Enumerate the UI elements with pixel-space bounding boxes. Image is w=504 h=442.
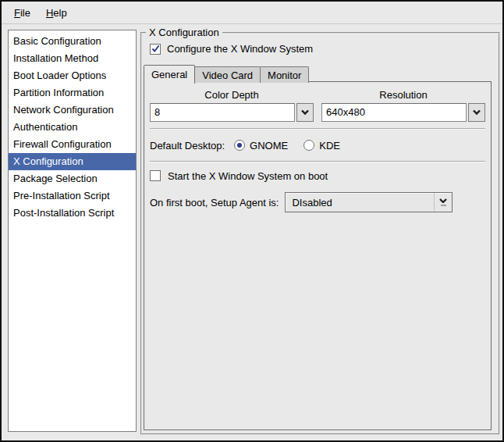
start-x-checkbox[interactable]: [150, 170, 161, 181]
resolution-value[interactable]: 640x480: [321, 103, 467, 122]
sidebar-item-firewall-configuration[interactable]: Firewall Configuration: [9, 136, 136, 153]
sidebar-item-network-configuration[interactable]: Network Configuration: [9, 102, 136, 119]
sidebar-item-package-selection[interactable]: Package Selection: [9, 170, 136, 187]
resolution-label: Resolution: [321, 89, 485, 101]
general-tab-page: Color Depth 8 Resolution 640x480: [144, 81, 492, 430]
separator: [150, 161, 485, 162]
setup-agent-row: On first boot, Setup Agent is: DIsabled: [150, 192, 485, 212]
gnome-radio-label: GNOME: [250, 140, 288, 151]
checkmark-icon: [151, 45, 160, 53]
kde-radio[interactable]: [303, 140, 314, 151]
kde-radio-group[interactable]: KDE: [303, 140, 340, 151]
default-desktop-label: Default Desktop:: [150, 140, 225, 151]
chevron-down-icon: [472, 109, 481, 116]
color-depth-combo: 8: [150, 103, 314, 122]
option-menu-indicator-icon: [434, 193, 452, 212]
start-x-checkbox-row[interactable]: Start the X Window System on boot: [150, 169, 485, 183]
tab-monitor[interactable]: Monitor: [260, 66, 309, 83]
tab-general[interactable]: General: [144, 65, 195, 84]
configure-x-label: Configure the X Window System: [167, 43, 313, 55]
kickstart-configurator-window: File Help Basic Configuration Installati…: [0, 0, 504, 442]
resolution-dropdown-button[interactable]: [468, 103, 485, 122]
depth-resolution-row: Color Depth 8 Resolution 640x480: [150, 87, 485, 122]
tab-bar: General Video Card Monitor: [144, 65, 309, 83]
gnome-radio-group[interactable]: GNOME: [234, 140, 288, 151]
menu-bar: File Help: [2, 2, 502, 24]
sidebar-item-x-configuration[interactable]: X Configuration: [9, 153, 136, 170]
tab-video-card[interactable]: Video Card: [194, 66, 261, 83]
menu-file[interactable]: File: [6, 4, 38, 22]
sidebar-item-basic-configuration[interactable]: Basic Configuration: [9, 33, 136, 50]
frame-title: X Configuration: [146, 27, 222, 38]
resolution-combo: 640x480: [321, 103, 485, 122]
resolution-column: Resolution 640x480: [321, 87, 485, 122]
sidebar-item-partition-information[interactable]: Partition Information: [9, 84, 136, 102]
default-desktop-row: Default Desktop: GNOME KDE: [150, 136, 485, 155]
sidebar-item-pre-installation-script[interactable]: Pre-Installation Script: [9, 187, 136, 205]
configure-x-checkbox-row[interactable]: Configure the X Window System: [150, 43, 313, 55]
setup-agent-label: On first boot, Setup Agent is:: [150, 197, 279, 209]
setup-agent-option-menu[interactable]: DIsabled: [285, 192, 453, 212]
color-depth-dropdown-button[interactable]: [296, 103, 314, 122]
separator: [150, 128, 485, 130]
color-depth-label: Color Depth: [150, 89, 314, 101]
color-depth-value[interactable]: 8: [150, 103, 295, 122]
radio-dot-icon: [237, 143, 242, 148]
section-list: Basic Configuration Installation Method …: [8, 30, 137, 432]
configure-x-checkbox[interactable]: [150, 44, 161, 55]
color-depth-column: Color Depth 8: [150, 87, 314, 122]
sidebar-item-installation-method[interactable]: Installation Method: [9, 50, 136, 67]
kde-radio-label: KDE: [319, 140, 340, 151]
start-x-label: Start the X Window System on boot: [168, 170, 328, 182]
sidebar-item-authentication[interactable]: Authentication: [9, 119, 136, 136]
gnome-radio[interactable]: [234, 140, 245, 151]
chevron-down-icon: [300, 109, 310, 116]
sidebar-item-post-installation-script[interactable]: Post-Installation Script: [9, 205, 136, 222]
menu-help[interactable]: Help: [38, 4, 75, 22]
sidebar-item-boot-loader-options[interactable]: Boot Loader Options: [9, 67, 136, 84]
setup-agent-value: DIsabled: [286, 197, 434, 209]
